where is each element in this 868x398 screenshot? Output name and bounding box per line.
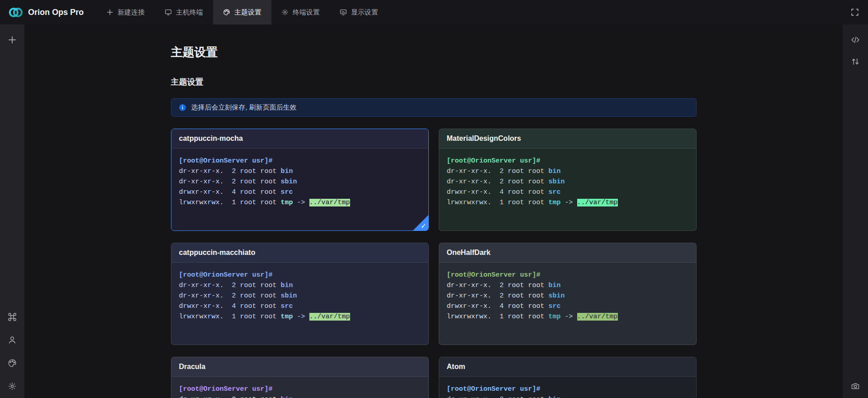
terminal-line: dr-xr-xr-x. 2 root root sbin: [447, 177, 688, 187]
right-sidebar: [843, 24, 868, 398]
symlink-target: ../var/tmp: [309, 313, 350, 321]
file-name: bin: [549, 168, 561, 175]
terminal-line: dr-xr-xr-x. 2 root root bin: [447, 394, 688, 398]
nav-label: 显示设置: [351, 8, 378, 17]
nav-terminal-settings[interactable]: 终端设置: [271, 0, 330, 24]
theme-card-title: OneHalfDark: [439, 243, 696, 263]
terminal-line: drwxr-xr-x. 4 root root src: [447, 301, 688, 312]
terminal-line: dr-xr-xr-x. 2 root root sbin: [179, 291, 421, 301]
terminal-line: lrwxrwxrwx. 1 root root tmp -> ../var/tm…: [179, 312, 421, 322]
theme-card-title: MaterialDesignColors: [439, 129, 696, 149]
terminal-prompt: [root@OrionServer usr]#: [179, 156, 421, 166]
symlink-arrow: ->: [293, 199, 309, 206]
terminal-line: dr-xr-xr-x. 2 root root bin: [447, 166, 688, 177]
new-tab-button[interactable]: [8, 35, 17, 44]
nav-label: 终端设置: [293, 8, 320, 17]
main-content: 主题设置 主题设置 选择后会立刻保存, 刷新页面后生效 catppuccin-m…: [24, 24, 843, 398]
terminal-line: lrwxrwxrwx. 1 root root tmp -> ../var/tm…: [447, 197, 688, 208]
terminal-line: dr-xr-xr-x. 2 root root sbin: [179, 177, 421, 187]
file-meta: dr-xr-xr-x. 2 root root: [447, 282, 549, 289]
right-sidebar-top: [851, 35, 860, 66]
theme-card-Dracula[interactable]: Dracula[root@OrionServer usr]#dr-xr-xr-x…: [171, 357, 429, 398]
symlink-target: ../var/tmp: [577, 199, 618, 206]
file-name: sbin: [281, 292, 297, 300]
nav-label: 主机终端: [176, 8, 203, 17]
terminal-line: drwxr-xr-x. 4 root root src: [447, 187, 688, 197]
file-name: bin: [281, 282, 293, 289]
theme-card-Atom[interactable]: Atom[root@OrionServer usr]#dr-xr-xr-x. 2…: [439, 357, 697, 398]
theme-button[interactable]: [8, 359, 17, 368]
file-meta: dr-xr-xr-x. 2 root root: [447, 396, 549, 398]
display-icon: [340, 9, 347, 16]
nav-new-connection[interactable]: 新建连接: [96, 0, 155, 24]
palette-icon: [223, 9, 230, 16]
terminal-line: dr-xr-xr-x. 2 root root bin: [179, 280, 421, 291]
gear-icon: [281, 9, 289, 16]
file-name: tmp: [549, 199, 561, 206]
symlink-target: ../var/tmp: [309, 199, 350, 206]
theme-card-catppuccin-mocha[interactable]: catppuccin-mocha[root@OrionServer usr]#d…: [171, 129, 429, 231]
topbar-right: [851, 0, 868, 24]
plus-icon: [8, 35, 17, 44]
screenshot-button[interactable]: [851, 382, 860, 391]
file-name: tmp: [281, 199, 293, 206]
theme-card-MaterialDesignColors[interactable]: MaterialDesignColors[root@OrionServer us…: [439, 129, 697, 231]
symlink-target: ../var/tmp: [577, 313, 618, 321]
palette-icon: [8, 359, 17, 368]
camera-icon: [851, 382, 860, 391]
file-name: sbin: [549, 178, 565, 186]
shortcuts-button[interactable]: [8, 312, 17, 321]
theme-card-title: catppuccin-mocha: [171, 129, 428, 149]
file-meta: dr-xr-xr-x. 2 root root: [179, 168, 281, 175]
file-meta: lrwxrwxrwx. 1 root root: [179, 199, 281, 206]
file-meta: dr-xr-xr-x. 2 root root: [179, 396, 281, 398]
file-meta: drwxr-xr-x. 4 root root: [447, 302, 549, 310]
nav-host-terminal[interactable]: 主机终端: [155, 0, 213, 24]
file-meta: dr-xr-xr-x. 2 root root: [447, 178, 549, 186]
file-name: src: [281, 188, 293, 196]
code-icon: [851, 35, 860, 44]
theme-card-catppuccin-macchiato[interactable]: catppuccin-macchiato[root@OrionServer us…: [171, 243, 429, 345]
terminal-preview: [root@OrionServer usr]#dr-xr-xr-x. 2 roo…: [171, 263, 428, 345]
file-meta: drwxr-xr-x. 4 root root: [447, 188, 549, 196]
file-name: src: [549, 188, 561, 196]
theme-card-OneHalfDark[interactable]: OneHalfDark[root@OrionServer usr]#dr-xr-…: [439, 243, 697, 345]
code-button[interactable]: [851, 35, 860, 44]
terminal-preview: [root@OrionServer usr]#dr-xr-xr-x. 2 roo…: [439, 149, 696, 230]
file-name: bin: [549, 282, 561, 289]
nav-display-settings[interactable]: 显示设置: [330, 0, 388, 24]
sort-button[interactable]: [851, 57, 860, 66]
terminal-preview: [root@OrionServer usr]#dr-xr-xr-x. 2 roo…: [439, 377, 696, 398]
fullscreen-button[interactable]: [851, 8, 859, 16]
theme-grid: catppuccin-mocha[root@OrionServer usr]#d…: [171, 129, 697, 398]
file-meta: dr-xr-xr-x. 2 root root: [447, 292, 549, 300]
monitor-icon: [165, 9, 172, 16]
settings-button[interactable]: [8, 382, 17, 391]
topbar: Orion Ops Pro 新建连接主机终端主题设置终端设置显示设置: [0, 0, 868, 24]
terminal-preview: [root@OrionServer usr]#dr-xr-xr-x. 2 roo…: [439, 263, 696, 345]
file-name: src: [549, 302, 561, 310]
file-meta: drwxr-xr-x. 4 root root: [179, 188, 281, 196]
top-navigation: 新建连接主机终端主题设置终端设置显示设置: [96, 0, 388, 24]
user-button[interactable]: [8, 336, 17, 345]
theme-card-title: Atom: [439, 357, 696, 377]
nav-label: 主题设置: [234, 8, 261, 17]
file-meta: dr-xr-xr-x. 2 root root: [179, 282, 281, 289]
file-name: tmp: [281, 313, 293, 321]
theme-card-title: catppuccin-macchiato: [171, 243, 428, 263]
terminal-line: drwxr-xr-x. 4 root root src: [179, 187, 421, 197]
app-title: Orion Ops Pro: [28, 8, 84, 17]
plus-icon: [106, 9, 114, 16]
file-meta: drwxr-xr-x. 4 root root: [179, 302, 281, 310]
terminal-line: lrwxrwxrwx. 1 root root tmp -> ../var/tm…: [447, 312, 688, 322]
file-meta: lrwxrwxrwx. 1 root root: [447, 313, 549, 321]
left-sidebar: [0, 24, 24, 398]
info-icon: [179, 104, 186, 111]
nav-label: 新建连接: [118, 8, 145, 17]
terminal-prompt: [root@OrionServer usr]#: [179, 384, 421, 394]
nav-theme-settings[interactable]: 主题设置: [213, 0, 271, 24]
terminal-line: dr-xr-xr-x. 2 root root bin: [447, 280, 688, 291]
terminal-line: dr-xr-xr-x. 2 root root bin: [179, 166, 421, 177]
file-name: bin: [281, 396, 293, 398]
app-window: Orion Ops Pro 新建连接主机终端主题设置终端设置显示设置 主题设置 …: [0, 0, 868, 398]
